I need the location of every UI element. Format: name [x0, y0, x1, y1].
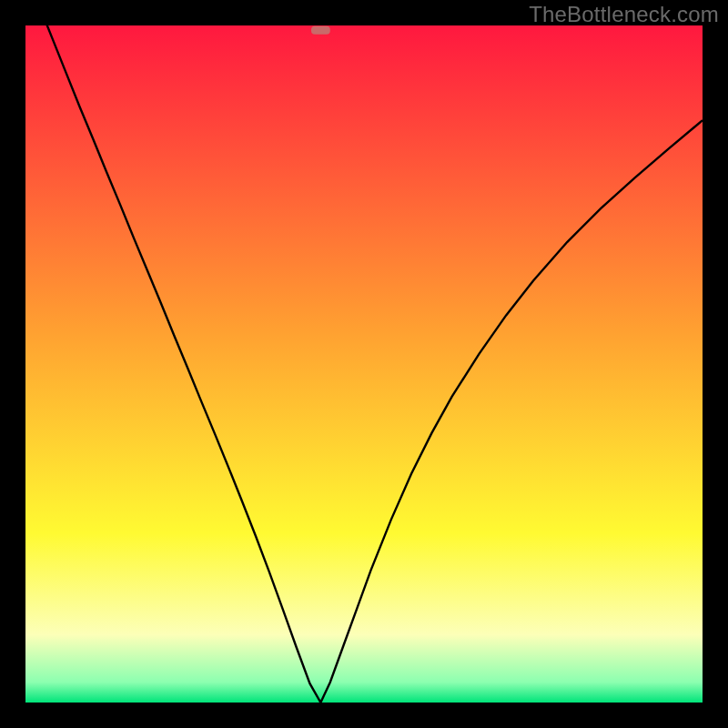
watermark-label: TheBottleneck.com — [529, 2, 719, 27]
minimum-marker — [311, 26, 330, 35]
chart-background — [25, 25, 703, 703]
bottleneck-chart — [25, 25, 703, 703]
chart-frame: TheBottleneck.com — [0, 0, 728, 728]
